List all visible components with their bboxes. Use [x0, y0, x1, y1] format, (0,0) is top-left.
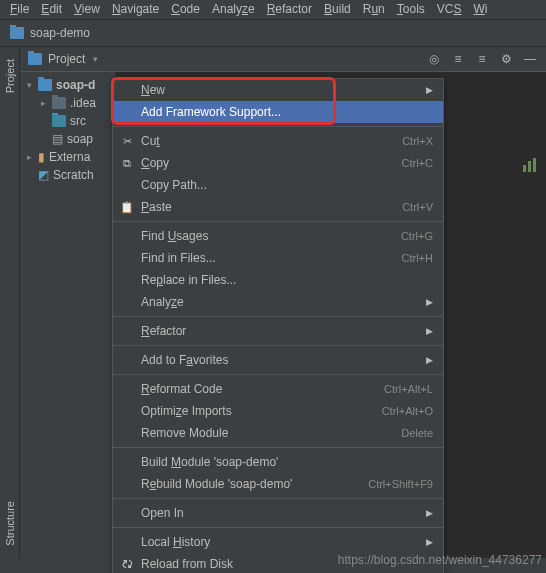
svg-rect-1	[528, 161, 531, 172]
sidebar-tab-structure[interactable]: Structure	[2, 497, 18, 550]
project-dropdown-label[interactable]: Project	[48, 52, 85, 66]
menu-analyze[interactable]: Analyze	[206, 2, 261, 17]
menu-item-find-usages[interactable]: Find UsagesCtrl+G	[113, 225, 443, 247]
menu-item-refactor[interactable]: Refactor▶	[113, 320, 443, 342]
folder-icon	[10, 27, 24, 39]
menu-item-copy[interactable]: ⧉ CopyCtrl+C	[113, 152, 443, 174]
chevron-right-icon: ▶	[426, 355, 433, 365]
chevron-right-icon: ▶	[426, 297, 433, 307]
menu-separator	[113, 527, 443, 528]
menu-item-favorites[interactable]: Add to Favorites▶	[113, 349, 443, 371]
menu-item-copy-path[interactable]: Copy Path...	[113, 174, 443, 196]
menu-item-open-in[interactable]: Open In▶	[113, 502, 443, 524]
menu-code[interactable]: Code	[165, 2, 206, 17]
scratch-icon: ◩	[38, 168, 49, 182]
chevron-right-icon: ▶	[426, 85, 433, 95]
folder-icon	[38, 79, 52, 91]
tree-root[interactable]: ▾ soap-d	[20, 76, 115, 94]
context-menu[interactable]: New▶ Add Framework Support... ✂ CutCtrl+…	[112, 78, 444, 573]
library-icon: ▮	[38, 150, 45, 164]
menu-item-add-framework[interactable]: Add Framework Support...	[113, 101, 443, 123]
tree-item-idea[interactable]: ▸ .idea	[20, 94, 115, 112]
menu-item-paste[interactable]: 📋 PasteCtrl+V	[113, 196, 443, 218]
minimize-icon[interactable]: —	[522, 51, 538, 67]
expand-icon[interactable]: ≡	[450, 51, 466, 67]
tree-item-external[interactable]: ▸ ▮ Externa	[20, 148, 115, 166]
menu-navigate[interactable]: Navigate	[106, 2, 165, 17]
menu-run[interactable]: Run	[357, 2, 391, 17]
menu-separator	[113, 374, 443, 375]
chevron-right-icon: ▶	[426, 508, 433, 518]
paste-icon: 📋	[119, 199, 135, 215]
sidebar-tab-project[interactable]: Project	[2, 55, 18, 97]
menu-build[interactable]: Build	[318, 2, 357, 17]
tree-item-src[interactable]: src	[20, 112, 115, 130]
file-icon: ▤	[52, 132, 63, 146]
folder-icon	[52, 115, 66, 127]
menu-separator	[113, 126, 443, 127]
chevron-right-icon[interactable]: ▸	[24, 152, 34, 162]
chevron-down-icon[interactable]: ▾	[24, 80, 34, 90]
menu-item-new[interactable]: New▶	[113, 79, 443, 101]
sidebar-left: Project Structure	[0, 47, 20, 558]
chevron-right-icon[interactable]: ▸	[38, 98, 48, 108]
menu-item-replace-in-files[interactable]: Replace in Files...	[113, 269, 443, 291]
svg-rect-0	[523, 165, 526, 172]
menu-view[interactable]: View	[68, 2, 106, 17]
menu-item-find-in-files[interactable]: Find in Files...Ctrl+H	[113, 247, 443, 269]
svg-rect-2	[533, 158, 536, 172]
reload-icon: 🗘	[119, 556, 135, 572]
menu-item-analyze[interactable]: Analyze▶	[113, 291, 443, 313]
menu-edit[interactable]: Edit	[35, 2, 68, 17]
menu-vcs[interactable]: VCS	[431, 2, 468, 17]
menu-separator	[113, 447, 443, 448]
menu-item-local-history[interactable]: Local History▶	[113, 531, 443, 553]
gear-icon[interactable]: ⚙	[498, 51, 514, 67]
menu-refactor[interactable]: Refactor	[261, 2, 318, 17]
menu-file[interactable]: File	[4, 2, 35, 17]
target-icon[interactable]: ◎	[426, 51, 442, 67]
menu-item-reformat[interactable]: Reformat CodeCtrl+Alt+L	[113, 378, 443, 400]
breadcrumb-project: soap-demo	[30, 26, 90, 40]
project-tree[interactable]: ▾ soap-d ▸ .idea src ▤ soap	[20, 72, 115, 558]
project-icon	[28, 53, 42, 65]
menu-item-cut[interactable]: ✂ CutCtrl+X	[113, 130, 443, 152]
chevron-right-icon: ▶	[426, 537, 433, 547]
project-toolbar: Project ▼ ◎ ≡ ≡ ⚙ —	[20, 47, 546, 72]
menu-window[interactable]: Wi	[467, 2, 493, 17]
menu-separator	[113, 345, 443, 346]
tree-item-scratches[interactable]: ◩ Scratch	[20, 166, 115, 184]
copy-icon: ⧉	[119, 155, 135, 171]
cut-icon: ✂	[119, 133, 135, 149]
menu-item-build-module[interactable]: Build Module 'soap-demo'	[113, 451, 443, 473]
menu-item-optimize[interactable]: Optimize ImportsCtrl+Alt+O	[113, 400, 443, 422]
menu-tools[interactable]: Tools	[391, 2, 431, 17]
chevron-right-icon: ▶	[426, 326, 433, 336]
menu-item-rebuild-module[interactable]: Rebuild Module 'soap-demo'Ctrl+Shift+F9	[113, 473, 443, 495]
menu-separator	[113, 221, 443, 222]
watermark: https://blog.csdn.net/weixin_44736277	[338, 553, 542, 567]
menu-separator	[113, 316, 443, 317]
chart-icon	[522, 157, 538, 173]
menu-separator	[113, 498, 443, 499]
menu-item-remove-module[interactable]: Remove ModuleDelete	[113, 422, 443, 444]
collapse-icon[interactable]: ≡	[474, 51, 490, 67]
menubar[interactable]: File Edit View Navigate Code Analyze Ref…	[0, 0, 546, 20]
breadcrumb: soap-demo	[0, 20, 546, 47]
tree-item-soap[interactable]: ▤ soap	[20, 130, 115, 148]
folder-icon	[52, 97, 66, 109]
chevron-down-icon[interactable]: ▼	[91, 55, 99, 64]
